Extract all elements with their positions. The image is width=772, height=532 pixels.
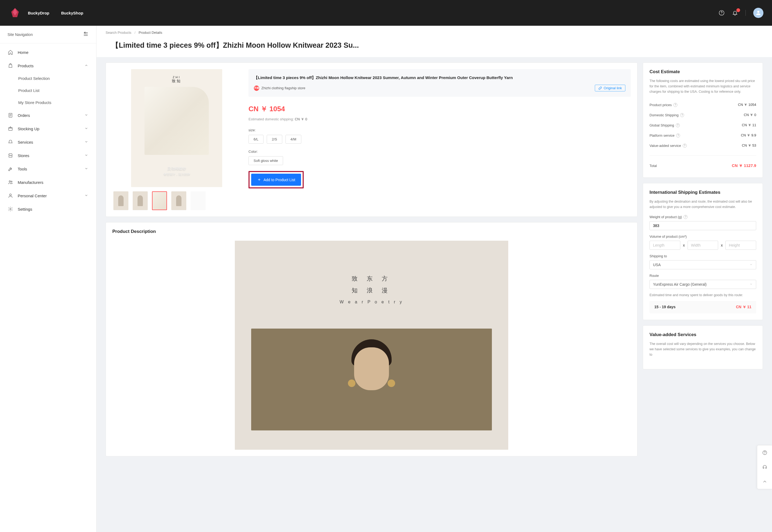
shipping-panel: International Shipping Estimates By adju…	[643, 183, 763, 320]
info-icon[interactable]: ?	[676, 123, 680, 127]
thumb-1[interactable]	[113, 191, 128, 210]
volume-label: Volume of product (cm³)	[649, 235, 687, 239]
sidebar-item-orders[interactable]: Orders	[0, 109, 96, 122]
header-divider	[745, 10, 746, 16]
box-icon	[8, 126, 13, 132]
sidebar-item-label: Stores	[18, 153, 80, 158]
ship-label: Estimated domestic shipping:	[248, 117, 294, 121]
size-option[interactable]: 4/M	[285, 135, 302, 144]
help-icon[interactable]	[719, 10, 725, 16]
person-icon	[8, 193, 13, 199]
cost-row-key: Domestic Shipping	[649, 113, 678, 117]
chevron-down-icon	[84, 140, 89, 144]
cost-row-val: CN ￥ 11	[742, 123, 756, 128]
thumb-3[interactable]	[152, 191, 167, 210]
chevron-down-icon	[749, 282, 753, 287]
users-icon	[8, 179, 13, 185]
size-option[interactable]: 6/L	[248, 135, 263, 144]
svg-point-13	[9, 181, 10, 182]
svg-point-18	[764, 454, 765, 454]
thumb-5[interactable]	[191, 191, 206, 210]
weight-input[interactable]	[649, 221, 756, 230]
ship-value: CN ￥ 0	[295, 117, 307, 121]
sidebar-item-tools[interactable]: Tools	[0, 162, 96, 176]
cost-row-key: Platform service	[649, 133, 674, 137]
breadcrumb-search-products[interactable]: Search Products	[106, 31, 131, 35]
info-icon[interactable]: ?	[680, 113, 684, 117]
page-title: 【Limited time 3 pieces 9% off】Zhizhi Moo…	[106, 40, 763, 50]
sidebar-item-my-store-products[interactable]: My Store Products	[0, 96, 96, 109]
product-gallery: ZHI致知 灵动蝴蝶纱镂空设计，活力韵律	[112, 69, 241, 210]
img-caption: 灵动蝴蝶纱	[131, 166, 222, 171]
wrench-icon	[8, 166, 13, 172]
cost-title: Cost Estimate	[649, 69, 756, 75]
sidebar-title: Site Navigation	[8, 32, 33, 37]
product-name: 【Limited time 3 pieces 9% off】Zhizhi Moo…	[254, 75, 625, 81]
float-support-icon[interactable]	[757, 460, 772, 474]
product-main-image[interactable]: ZHI致知 灵动蝴蝶纱镂空设计，活力韵律	[131, 69, 222, 187]
logo[interactable]	[9, 6, 21, 19]
brand-buckyshop[interactable]: BuckyShop	[61, 11, 83, 15]
sidebar-item-label: Stocking Up	[18, 127, 80, 131]
thumb-4[interactable]	[171, 191, 186, 210]
float-help-icon[interactable]	[757, 445, 772, 460]
sidebar-item-product-list[interactable]: Product List	[0, 84, 96, 96]
svg-point-3	[721, 14, 722, 14]
svg-point-4	[757, 11, 759, 13]
sidebar-item-personal-center[interactable]: Personal Center	[0, 189, 96, 202]
floating-toolbar	[757, 445, 772, 489]
chevron-up-icon	[84, 64, 89, 68]
brand-buckydrop[interactable]: BuckyDrop	[28, 11, 49, 15]
sidebar-item-stores[interactable]: Stores	[0, 149, 96, 162]
store-icon	[8, 152, 13, 158]
sidebar-item-settings[interactable]: Settings	[0, 202, 96, 216]
float-top-icon[interactable]	[757, 474, 772, 489]
add-button-label: Add to Product List	[263, 178, 295, 182]
store-badge-icon: 天猫	[254, 85, 259, 91]
bag-icon	[8, 63, 13, 69]
bell-icon[interactable]	[732, 10, 738, 16]
height-input[interactable]	[725, 241, 756, 250]
sidebar-item-label: Tools	[18, 167, 80, 171]
route-days: 15 - 19 days	[654, 305, 675, 310]
route-cost: CN ￥ 11	[736, 305, 751, 310]
info-icon[interactable]: ?	[684, 215, 688, 219]
shipping-to-select[interactable]: USA	[649, 260, 756, 269]
cost-total-val: CN ￥ 1127.9	[732, 163, 756, 168]
length-input[interactable]	[649, 241, 680, 250]
size-option[interactable]: 2/S	[267, 135, 282, 144]
sidebar-item-manufacturers[interactable]: Manufacturers	[0, 176, 96, 189]
svg-rect-12	[9, 128, 12, 131]
cost-row-val: CN ￥ 9.9	[741, 133, 756, 138]
info-icon[interactable]: ?	[683, 144, 687, 148]
img-caption-sub: 镂空设计，活力韵律	[131, 172, 222, 176]
avatar[interactable]	[753, 8, 763, 18]
sidebar-item-product-selection[interactable]: Product Selection	[0, 72, 96, 84]
sidebar-item-products[interactable]: Products	[0, 59, 96, 72]
info-icon[interactable]: ?	[673, 103, 677, 107]
cost-desc: The following costs are estimated using …	[649, 78, 756, 94]
top-header: BuckyDrop BuckyShop	[0, 0, 772, 26]
ship-to-label: Shipping to	[649, 254, 667, 258]
shipping-desc: By adjusting the destination and route, …	[649, 199, 756, 210]
info-icon[interactable]: ?	[676, 133, 680, 137]
sidebar-item-home[interactable]: Home	[0, 46, 96, 59]
add-to-product-list-button[interactable]: ＋ Add to Product List	[251, 174, 301, 186]
route-label: Route	[649, 274, 659, 278]
thumb-2[interactable]	[133, 191, 148, 210]
width-input[interactable]	[688, 241, 718, 250]
sidebar-item-stocking-up[interactable]: Stocking Up	[0, 122, 96, 135]
product-price: CN ￥ 1054	[248, 104, 631, 114]
collapse-icon[interactable]	[83, 31, 89, 38]
store-name[interactable]: Zhizhi clothing flagship store	[261, 86, 305, 90]
sidebar-item-label: Home	[18, 50, 89, 55]
original-link-button[interactable]: Original link	[595, 85, 625, 91]
color-option[interactable]: Soft gloss white	[248, 156, 283, 165]
route-select[interactable]: YunExpress Air Cargo (General)	[649, 280, 756, 289]
vas-panel: Value-added Services The overall cost wi…	[643, 325, 763, 369]
product-card: ZHI致知 灵动蝴蝶纱镂空设计，活力韵律	[106, 62, 637, 217]
sidebar-item-services[interactable]: Services	[0, 135, 96, 149]
cost-row-key: Product prices	[649, 103, 672, 107]
sidebar-item-label: Products	[18, 64, 80, 68]
svg-point-15	[10, 194, 12, 196]
